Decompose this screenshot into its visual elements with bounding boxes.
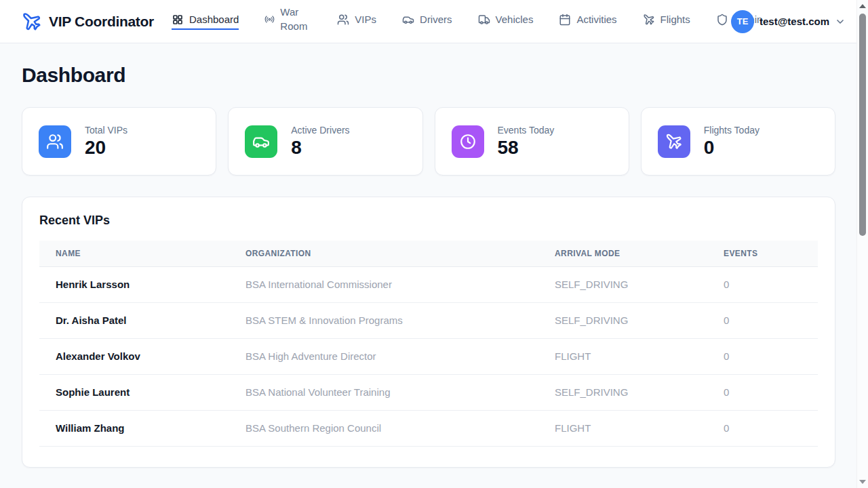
scroll-down-arrow-icon[interactable] — [859, 480, 866, 484]
brand: VIP Coordinator — [22, 12, 154, 32]
nav-item-label: Dashboard — [189, 14, 239, 25]
nav-item-war-room[interactable]: War Room — [264, 5, 311, 37]
table-row[interactable]: Dr. Aisha Patel BSA STEM & Innovation Pr… — [39, 303, 818, 339]
stat-card-events-today: Events Today 58 — [435, 107, 629, 176]
dashboard-grid-icon — [172, 14, 184, 26]
table-row[interactable]: Alexander Volkov BSA High Adventure Dire… — [39, 339, 818, 375]
vip-arrival-mode: FLIGHT — [538, 411, 707, 447]
user-email[interactable]: test@test.com — [760, 16, 829, 27]
recent-vips-table: NAME ORGANIZATION ARRIVAL MODE EVENTS He… — [39, 241, 818, 447]
vip-organization: BSA High Adventure Director — [229, 339, 538, 375]
column-header-events: EVENTS — [707, 241, 818, 267]
page-title: Dashboard — [22, 64, 835, 87]
vip-organization: BSA International Commissioner — [229, 267, 538, 303]
stat-card-total-vips: Total VIPs 20 — [22, 107, 216, 176]
vip-name: Dr. Aisha Patel — [39, 303, 229, 339]
column-header-organization: ORGANIZATION — [229, 241, 538, 267]
nav-item-activities[interactable]: Activities — [559, 14, 616, 30]
app-title: VIP Coordinator — [49, 14, 154, 30]
stat-label: Events Today — [498, 125, 555, 136]
car-icon — [245, 125, 277, 158]
clock-icon — [452, 125, 484, 158]
nav-item-label: VIPs — [355, 14, 376, 25]
vip-organization: BSA STEM & Innovation Programs — [229, 303, 538, 339]
nav-item-vehicles[interactable]: Vehicles — [478, 14, 534, 30]
users-icon — [39, 125, 71, 158]
table-row[interactable]: Sophie Laurent BSA National Volunteer Tr… — [39, 375, 818, 411]
stat-value: 8 — [291, 138, 349, 157]
vip-arrival-mode: FLIGHT — [538, 339, 707, 375]
stat-value: 58 — [498, 138, 555, 157]
vip-name: Henrik Larsson — [39, 267, 229, 303]
vip-organization: BSA National Volunteer Training — [229, 375, 538, 411]
app-viewport: VIP Coordinator Dashboard War Room VIPs … — [0, 0, 856, 488]
stat-value: 0 — [704, 138, 760, 157]
stat-card-active-drivers: Active Drivers 8 — [228, 107, 422, 176]
vertical-scrollbar[interactable] — [856, 0, 868, 488]
vip-events-count: 0 — [707, 267, 818, 303]
vip-events-count: 0 — [707, 375, 818, 411]
table-row[interactable]: Henrik Larsson BSA International Commiss… — [39, 267, 818, 303]
plane-icon — [658, 125, 690, 158]
nav-item-drivers[interactable]: Drivers — [402, 14, 452, 30]
avatar[interactable]: TE — [731, 10, 754, 33]
scrollbar-thumb[interactable] — [859, 14, 866, 236]
shield-icon — [716, 14, 728, 26]
calendar-icon — [559, 14, 571, 26]
vip-events-count: 0 — [707, 339, 818, 375]
vip-events-count: 0 — [707, 411, 818, 447]
nav-item-label: Activities — [576, 14, 616, 25]
vip-name: Sophie Laurent — [39, 375, 229, 411]
stat-label: Total VIPs — [85, 125, 127, 136]
column-header-arrival-mode: ARRIVAL MODE — [538, 241, 707, 267]
nav-item-label: Vehicles — [496, 14, 534, 25]
vip-arrival-mode: SELF_DRIVING — [538, 375, 707, 411]
table-row[interactable]: William Zhang BSA Southern Region Counci… — [39, 411, 818, 447]
stat-label: Flights Today — [704, 125, 760, 136]
plane-icon — [643, 14, 655, 26]
table-header-row: NAME ORGANIZATION ARRIVAL MODE EVENTS — [39, 241, 818, 267]
chevron-down-icon[interactable] — [835, 16, 846, 27]
plane-logo-icon — [22, 12, 42, 32]
vip-arrival-mode: SELF_DRIVING — [538, 267, 707, 303]
vip-organization: BSA Southern Region Council — [229, 411, 538, 447]
truck-icon — [478, 14, 490, 26]
stats-row: Total VIPs 20 Active Drivers 8 Events — [22, 107, 835, 176]
vip-name: Alexander Volkov — [39, 339, 229, 375]
user-menu[interactable]: TE test@test.com — [731, 10, 846, 33]
scroll-up-arrow-icon[interactable] — [859, 4, 866, 8]
recent-vips-title: Recent VIPs — [39, 214, 818, 228]
nav-item-vips[interactable]: VIPs — [337, 14, 376, 30]
stat-label: Active Drivers — [291, 125, 349, 136]
nav-item-dashboard[interactable]: Dashboard — [172, 14, 239, 30]
main-content: Dashboard Total VIPs 20 Active Drivers 8 — [0, 43, 856, 468]
car-icon — [402, 14, 414, 26]
users-icon — [337, 14, 349, 26]
nav-item-label: Flights — [660, 14, 690, 25]
nav-item-label: War Room — [280, 5, 311, 33]
nav-item-label: Drivers — [420, 14, 452, 25]
recent-vips-panel: Recent VIPs NAME ORGANIZATION ARRIVAL MO… — [22, 197, 835, 468]
main-nav: Dashboard War Room VIPs Drivers Vehicles… — [172, 5, 741, 37]
vip-events-count: 0 — [707, 303, 818, 339]
column-header-name: NAME — [39, 241, 229, 267]
topbar: VIP Coordinator Dashboard War Room VIPs … — [0, 0, 856, 43]
stat-card-flights-today: Flights Today 0 — [641, 107, 835, 176]
nav-item-flights[interactable]: Flights — [643, 14, 690, 30]
vip-arrival-mode: SELF_DRIVING — [538, 303, 707, 339]
broadcast-icon — [264, 14, 275, 24]
stat-value: 20 — [85, 138, 127, 157]
vip-name: William Zhang — [39, 411, 229, 447]
